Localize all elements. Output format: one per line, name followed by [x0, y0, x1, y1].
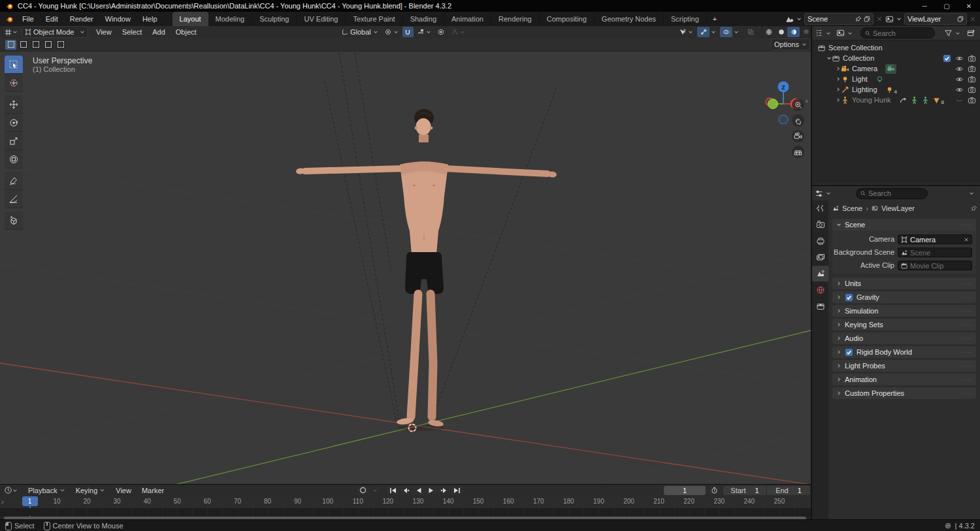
next-keyframe-button[interactable] — [438, 486, 450, 495]
shading-solid-button[interactable] — [775, 27, 787, 37]
outliner-row-young-hunk[interactable]: Young Hunk8 — [812, 95, 980, 105]
field-camera[interactable]: Camera — [898, 234, 972, 244]
expand-chevron-icon[interactable] — [836, 97, 841, 103]
panel-drag-dots[interactable]: ···· — [962, 322, 972, 328]
minimize-button[interactable]: ─ — [913, 0, 936, 12]
panel-drag-dots[interactable]: ···· — [962, 363, 972, 369]
field-background-scene[interactable]: Scene — [898, 248, 972, 257]
add-cube-tool[interactable] — [5, 212, 23, 230]
timeline-track[interactable] — [0, 508, 811, 516]
outliner-search-field[interactable]: Search — [860, 27, 935, 39]
camera-view-button[interactable] — [792, 130, 804, 142]
disable-render-icon[interactable] — [968, 96, 976, 105]
editor-type-chevron-icon[interactable] — [12, 29, 18, 35]
outliner-item-label[interactable]: Light — [852, 75, 868, 83]
outliner-row-camera[interactable]: Camera — [812, 63, 980, 74]
hide-eye-icon[interactable] — [955, 86, 964, 94]
current-frame-field[interactable]: 1 — [664, 486, 706, 495]
outliner-row-light[interactable]: Light — [812, 74, 980, 84]
hide-eye-icon[interactable] — [955, 65, 964, 73]
panel-drag-dots[interactable]: ···· — [962, 295, 972, 300]
select-box-tool[interactable] — [5, 56, 23, 74]
overlays-chevron-icon[interactable] — [734, 29, 739, 35]
keying-set-chevron-icon[interactable] — [370, 486, 380, 495]
tab-world[interactable] — [812, 282, 828, 298]
panel-simulation[interactable]: Simulation···· — [832, 305, 976, 317]
outliner-row-collection[interactable]: Collection — [812, 53, 980, 63]
scale-tool[interactable] — [5, 132, 23, 150]
menubar-menu-help[interactable]: Help — [137, 12, 163, 26]
shading-material-button[interactable] — [787, 27, 800, 37]
viewport-menu-object[interactable]: Object — [171, 26, 202, 39]
panel-units[interactable]: Units···· — [832, 278, 976, 289]
viewlayer-selector-chevron-icon[interactable] — [896, 16, 902, 22]
disable-render-icon[interactable] — [968, 54, 976, 63]
breadcrumb-viewlayer[interactable]: ViewLayer — [881, 204, 915, 212]
frame-end-field[interactable]: End1 — [767, 486, 810, 495]
panel-drag-dots[interactable]: ···· — [962, 281, 972, 287]
xray-toggle[interactable] — [744, 27, 757, 37]
sidebar-collapse-arrow[interactable]: ‹ — [806, 97, 808, 105]
play-reverse-button[interactable] — [413, 486, 425, 495]
panel-light-probes[interactable]: Light Probes···· — [832, 360, 976, 372]
mode-dropdown[interactable]: Object Mode — [22, 26, 88, 38]
timeline-editor-chevron-icon[interactable] — [12, 488, 18, 493]
scene-name-field[interactable]: Scene — [804, 13, 874, 25]
viewlayer-selector-icon[interactable] — [885, 15, 894, 24]
frame-start-field[interactable]: Start1 — [723, 486, 766, 495]
outliner-item-label[interactable]: Camera — [852, 65, 877, 72]
shading-wireframe-button[interactable] — [762, 27, 775, 37]
rotate-tool[interactable] — [5, 114, 23, 132]
3d-scene-canvas[interactable] — [0, 51, 811, 484]
cursor-tool[interactable] — [5, 74, 23, 92]
options-dropdown[interactable]: Options — [771, 39, 810, 50]
outliner-item-label[interactable]: Collection — [843, 54, 874, 62]
menubar-menu-window[interactable]: Window — [99, 12, 137, 26]
panel-custom-properties[interactable]: Custom Properties···· — [832, 387, 976, 399]
panel-drag-dots[interactable]: ···· — [962, 336, 972, 342]
pin-icon[interactable] — [855, 16, 862, 22]
transform-tool[interactable] — [5, 150, 23, 169]
panel-drag-dots[interactable]: ···· — [962, 391, 972, 396]
outliner-filter-image-icon[interactable] — [836, 29, 845, 37]
new-collection-icon[interactable] — [967, 29, 975, 37]
panel-drag-dots[interactable]: ···· — [962, 349, 972, 355]
properties-editor-chevron-icon[interactable] — [826, 191, 831, 196]
expand-chevron-icon[interactable] — [836, 87, 841, 92]
viewlayer-name-field[interactable]: ViewLayer — [904, 13, 967, 25]
expand-chevron-icon[interactable] — [826, 56, 832, 61]
workspace-tab-scripting[interactable]: Scripting — [664, 12, 707, 26]
previous-keyframe-button[interactable] — [400, 486, 412, 495]
close-button[interactable]: ✕ — [958, 0, 980, 12]
editor-type-icon[interactable] — [4, 28, 12, 37]
gravity-checkbox[interactable] — [845, 293, 853, 302]
panel-gravity[interactable]: Gravity···· — [832, 291, 976, 303]
filter-chevron-icon[interactable] — [955, 31, 960, 36]
timeline-expand-arrow[interactable]: › — [1, 498, 4, 506]
tab-collection[interactable] — [812, 298, 828, 314]
outliner-filter-image-chevron-icon[interactable] — [847, 31, 853, 36]
blender-menu-icon[interactable] — [5, 15, 14, 24]
maximize-button[interactable]: ▢ — [936, 0, 958, 12]
timeline-ruler[interactable]: › 10203040506070809010011012013014015016… — [0, 496, 811, 508]
hide-eye-icon[interactable] — [955, 75, 964, 84]
outliner-item-label[interactable]: Young Hunk — [852, 96, 891, 104]
proportional-edit-toggle[interactable] — [435, 27, 448, 37]
workspace-tab-layout[interactable]: Layout — [172, 12, 208, 26]
panel-animation[interactable]: Animation···· — [832, 374, 976, 385]
snap-toggle[interactable] — [402, 27, 414, 37]
zoom-button[interactable] — [792, 99, 804, 111]
3d-viewport[interactable]: Object Mode ViewSelectAddObject Global — [0, 26, 811, 484]
jump-to-start-button[interactable] — [387, 486, 399, 495]
auto-keying-toggle[interactable] — [357, 486, 369, 495]
select-mode-extend-button[interactable] — [18, 40, 29, 50]
tab-scene[interactable] — [812, 266, 828, 282]
workspace-tab-animation[interactable]: Animation — [444, 12, 491, 26]
transform-orientation-dropdown[interactable]: Global — [339, 27, 381, 37]
timeline-editor-icon[interactable] — [4, 486, 12, 494]
workspace-tab-texture-paint[interactable]: Texture Paint — [346, 12, 402, 26]
expand-chevron-icon[interactable] — [836, 66, 841, 71]
object-visibility-dropdown[interactable] — [677, 27, 696, 37]
snap-with-dropdown[interactable] — [415, 27, 434, 37]
panel-rigid-body-world[interactable]: Rigid Body World···· — [832, 346, 976, 358]
